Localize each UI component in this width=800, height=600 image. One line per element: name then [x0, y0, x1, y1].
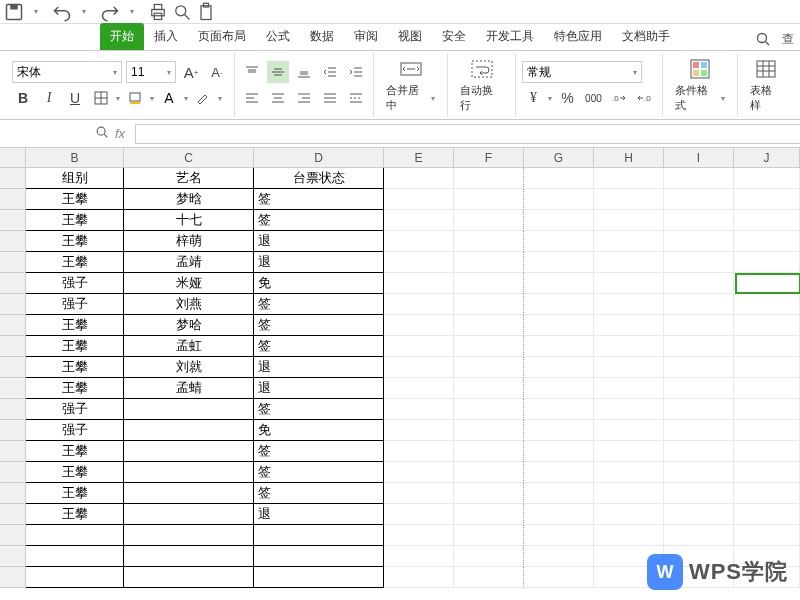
cell[interactable] — [734, 462, 800, 483]
table-row[interactable]: 王攀梦哈签 — [0, 315, 800, 336]
cell[interactable] — [254, 546, 384, 567]
align-justify-icon[interactable] — [319, 87, 341, 109]
cell[interactable] — [594, 252, 664, 273]
tab-security[interactable]: 安全 — [432, 23, 476, 50]
fill-color-button[interactable] — [124, 87, 146, 109]
cell[interactable]: 王攀 — [26, 378, 124, 399]
fontcolor-dropdown-icon[interactable]: ▾ — [184, 94, 188, 103]
cell[interactable] — [524, 504, 594, 525]
decrease-decimal-button[interactable]: .0 — [634, 87, 656, 109]
column-headers[interactable]: B C D E F G H I J — [0, 148, 800, 168]
cell[interactable]: 王攀 — [26, 252, 124, 273]
cell[interactable]: 王攀 — [26, 336, 124, 357]
cell[interactable] — [664, 189, 734, 210]
cell[interactable] — [384, 399, 454, 420]
cell[interactable] — [454, 525, 524, 546]
percent-button[interactable]: % — [556, 87, 578, 109]
table-row[interactable]: 王攀签 — [0, 462, 800, 483]
cell[interactable]: 免 — [254, 420, 384, 441]
cell[interactable]: 免 — [254, 273, 384, 294]
cell[interactable] — [524, 252, 594, 273]
cell[interactable] — [454, 273, 524, 294]
cell[interactable] — [454, 357, 524, 378]
table-row[interactable]: 组别艺名台票状态 — [0, 168, 800, 189]
cell[interactable]: 十七 — [124, 210, 254, 231]
increase-indent-icon[interactable] — [345, 61, 367, 83]
cell[interactable] — [524, 336, 594, 357]
cell[interactable] — [734, 315, 800, 336]
cell[interactable]: 孟虹 — [124, 336, 254, 357]
currency-button[interactable]: ¥ — [522, 87, 544, 109]
col-header-F[interactable]: F — [454, 148, 524, 167]
cell[interactable]: 签 — [254, 336, 384, 357]
align-left-icon[interactable] — [241, 87, 263, 109]
cell[interactable] — [594, 294, 664, 315]
clipboard-icon[interactable] — [196, 2, 216, 22]
cell[interactable] — [524, 168, 594, 189]
italic-button[interactable]: I — [38, 87, 60, 109]
cell[interactable]: 退 — [254, 357, 384, 378]
cell[interactable] — [664, 336, 734, 357]
align-middle-icon[interactable] — [267, 61, 289, 83]
cell[interactable]: 王攀 — [26, 504, 124, 525]
cell[interactable] — [254, 567, 384, 588]
cell[interactable] — [524, 441, 594, 462]
cell[interactable] — [524, 210, 594, 231]
cell[interactable] — [454, 399, 524, 420]
cell[interactable] — [384, 378, 454, 399]
cell[interactable] — [124, 546, 254, 567]
cell[interactable] — [26, 525, 124, 546]
cell[interactable]: 退 — [254, 252, 384, 273]
cell[interactable] — [384, 231, 454, 252]
cell[interactable]: 王攀 — [26, 315, 124, 336]
cell[interactable] — [254, 525, 384, 546]
cell[interactable] — [454, 504, 524, 525]
cell[interactable] — [664, 273, 734, 294]
cell[interactable] — [384, 483, 454, 504]
cell[interactable] — [454, 336, 524, 357]
table-row[interactable]: 王攀梓萌退 — [0, 231, 800, 252]
cell[interactable] — [384, 294, 454, 315]
align-top-icon[interactable] — [241, 61, 263, 83]
cell[interactable]: 王攀 — [26, 231, 124, 252]
cell[interactable]: 强子 — [26, 294, 124, 315]
cell[interactable]: 签 — [254, 399, 384, 420]
cell[interactable] — [384, 189, 454, 210]
table-row[interactable]: 王攀签 — [0, 441, 800, 462]
cell[interactable]: 强子 — [26, 420, 124, 441]
cell[interactable] — [26, 546, 124, 567]
cell[interactable] — [124, 420, 254, 441]
cell[interactable] — [664, 441, 734, 462]
cell[interactable] — [384, 567, 454, 588]
increase-font-icon[interactable]: A+ — [180, 61, 202, 83]
col-header-D[interactable]: D — [254, 148, 384, 167]
cell[interactable] — [454, 462, 524, 483]
cell[interactable] — [594, 420, 664, 441]
tab-doc-assistant[interactable]: 文档助手 — [612, 23, 680, 50]
clear-format-button[interactable] — [192, 87, 214, 109]
cell[interactable] — [734, 336, 800, 357]
cell[interactable] — [594, 525, 664, 546]
cell[interactable] — [454, 189, 524, 210]
cell[interactable] — [454, 420, 524, 441]
cell[interactable] — [734, 483, 800, 504]
grid-rows[interactable]: 组别艺名台票状态王攀梦晗签王攀十七签王攀梓萌退王攀孟靖退强子米娅免强子刘燕签王攀… — [0, 168, 800, 588]
cell[interactable] — [524, 189, 594, 210]
table-row[interactable]: 王攀退 — [0, 504, 800, 525]
cell[interactable] — [664, 462, 734, 483]
cell[interactable] — [734, 210, 800, 231]
cell[interactable] — [384, 504, 454, 525]
underline-button[interactable]: U — [64, 87, 86, 109]
cell[interactable] — [664, 420, 734, 441]
table-row[interactable]: 王攀十七签 — [0, 210, 800, 231]
cell[interactable]: 强子 — [26, 399, 124, 420]
col-header-I[interactable]: I — [664, 148, 734, 167]
tab-page-layout[interactable]: 页面布局 — [188, 23, 256, 50]
cell[interactable] — [124, 504, 254, 525]
increase-decimal-button[interactable]: .0 — [608, 87, 630, 109]
cell[interactable] — [524, 567, 594, 588]
cell[interactable] — [384, 252, 454, 273]
save-icon[interactable] — [4, 2, 24, 22]
border-button[interactable] — [90, 87, 112, 109]
align-bottom-icon[interactable] — [293, 61, 315, 83]
